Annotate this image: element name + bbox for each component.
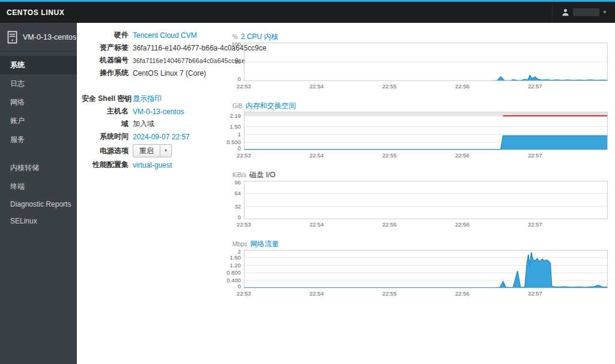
info-label-asset-tag: 资产标签 [82,43,129,53]
info-row-asset-tag: 资产标签36fa7116-e140-4677-b66a-4c0a645cc9ce [82,41,235,54]
chart-title-network[interactable]: 网络流量 [250,239,279,249]
chart-plot-disk-io: 9664320 [221,181,610,219]
chart-x-axis-memory: 22:5322:5422:5522:5622:57 [221,151,610,160]
info-value-ssh-keys[interactable]: 显示指印 [133,94,162,104]
chart-unit-memory: GiB [232,103,243,109]
server-icon [7,31,17,44]
chart-header-memory: GiB内存和交换空间 [221,100,610,112]
masthead: CENTOS LINUX ▾ [0,2,615,23]
info-label-machine-id: 机器编号 [82,55,129,65]
x-tick-label: 22:53 [234,152,254,159]
sidebar-item-terminal[interactable]: 终端 [0,177,77,196]
x-tick-label: 22:56 [452,221,473,228]
x-tick-label: 22:57 [525,221,545,228]
sidebar-item-services[interactable]: 服务 [0,130,77,149]
info-value-system-time[interactable]: 2024-09-07 22:57 [133,133,190,141]
chart-canvas-disk-io [244,181,608,219]
sidebar-item-system[interactable]: 系统 [0,56,77,74]
host-header[interactable]: VM-0-13-centos [0,23,77,52]
x-tick-label: 22:55 [379,83,399,89]
x-tick-label: 22:54 [306,83,327,89]
power-options-group: 重启▾ [133,144,172,157]
info-label-system-time: 系统时间 [82,132,129,142]
chart-title-disk-io: 磁盘 I/O [249,170,275,180]
x-tick-label: 22:54 [306,290,327,297]
info-label-os: 操作系统 [82,68,129,78]
username-redacted [573,8,599,16]
chart-title-memory[interactable]: 内存和交换空间 [246,101,296,111]
info-value-hostname[interactable]: VM-0-13-centos [133,108,184,116]
main-content: 硬件Tencent Cloud CVM资产标签36fa7116-e140-467… [77,23,615,364]
chart-memory: GiB内存和交换空间2.191.5010.500022:5322:5422:55… [221,100,610,160]
info-row-profile: 性能配置集virtual-guest [82,159,235,171]
chart-network: Mbps网络流量21.601.200.8000.400022:5322:5422… [221,238,610,298]
chart-x-axis-network: 22:5322:5422:5522:5622:57 [221,289,610,298]
power-options-caret-button[interactable]: ▾ [160,144,172,157]
info-row-domain: 域加入域 [82,118,235,130]
y-tick-label: 96 [221,179,241,186]
chart-x-axis-cpu: 22:5322:5422:5522:5622:57 [221,82,610,91]
chevron-down-icon: ▾ [603,10,606,15]
y-tick-label: 1.50 [221,123,241,130]
x-tick-label: 22:54 [306,152,327,159]
chart-header-cpu: %2 CPU 内核 [221,31,610,43]
info-row-hardware: 硬件Tencent Cloud CVM [82,29,235,41]
chart-canvas-memory [244,112,608,150]
chart-unit-disk-io: KiB/s [232,172,246,178]
x-tick-label: 22:53 [234,221,254,228]
info-row-hostname: 主机名VM-0-13-centos [82,105,235,118]
chart-canvas-network [244,250,608,288]
info-value-profile[interactable]: virtual-guest [133,161,172,169]
user-menu[interactable]: ▾ [552,2,615,23]
y-tick-label: 1 [221,131,241,138]
info-row-power: 电源选项重启▾ [82,143,235,159]
x-tick-label: 22:53 [234,83,254,89]
chart-cpu: %2 CPU 内核10050022:5322:5422:5522:5622:57 [221,31,610,91]
info-value-os: CentOS Linux 7 (Core) [133,69,206,77]
sidebar-item-accounts[interactable]: 账户 [0,112,77,130]
sidebar-item-logs[interactable]: 日志 [0,74,77,93]
info-row-os: 操作系统CentOS Linux 7 (Core) [82,67,235,79]
y-tick-label: 64 [221,190,241,196]
x-tick-label: 22:57 [525,83,545,89]
info-label-hostname: 主机名 [82,106,129,117]
info-label-ssh-keys: 安全 Shell 密钥 [82,94,129,104]
sidebar-item-diagnostic[interactable]: Diagnostic Reports [0,196,77,213]
info-label-power: 电源选项 [82,146,129,156]
y-tick-label: 2.19 [221,112,241,119]
sidebar-item-kdump[interactable]: 内核转储 [0,159,77,177]
y-tick-label: 1.20 [221,262,241,268]
info-label-hardware: 硬件 [82,30,129,40]
sidebar-nav: 系统日志网络账户服务内核转储终端Diagnostic ReportsSELinu… [0,52,77,229]
brand-title: CENTOS LINUX [0,8,64,17]
x-tick-label: 22:55 [379,152,399,159]
y-tick-label: 1.60 [221,254,241,261]
chart-header-disk-io: KiB/s磁盘 I/O [221,169,610,181]
sidebar-item-network[interactable]: 网络 [0,93,77,112]
chart-unit-network: Mbps [232,241,247,247]
info-label-domain: 域 [82,119,129,129]
chart-plot-cpu: 100500 [221,43,610,81]
x-tick-label: 22:56 [452,83,473,89]
y-tick-label: 32 [221,203,241,210]
chart-header-network: Mbps网络流量 [221,238,610,250]
x-tick-label: 22:57 [525,152,545,159]
x-tick-label: 22:56 [452,290,473,297]
info-value-domain[interactable]: 加入域 [133,119,154,129]
sidebar: VM-0-13-centos 系统日志网络账户服务内核转储终端Diagnosti… [0,23,77,364]
sidebar-item-selinux[interactable]: SELinux [0,213,77,229]
user-icon [562,8,569,16]
info-value-hardware[interactable]: Tencent Cloud CVM [133,31,197,40]
y-tick-label: 100 [221,41,241,47]
x-tick-label: 22:53 [234,290,254,297]
chart-plot-network: 21.601.200.8000.4000 [221,250,610,288]
chart-disk-io: KiB/s磁盘 I/O966432022:5322:5422:5522:5622… [221,169,610,229]
info-row-system-time: 系统时间2024-09-07 22:57 [82,130,235,143]
restart-button[interactable]: 重启 [133,144,160,157]
info-row-machine-id: 机器编号36fa7116e1404677b66a4c0a645cc9ce [82,54,235,67]
y-tick-label: 50 [221,58,241,65]
chart-title-cpu[interactable]: 2 CPU 内核 [241,32,279,42]
chart-canvas-cpu [244,43,608,81]
x-tick-label: 22:55 [379,221,399,228]
info-label-profile: 性能配置集 [82,160,129,170]
